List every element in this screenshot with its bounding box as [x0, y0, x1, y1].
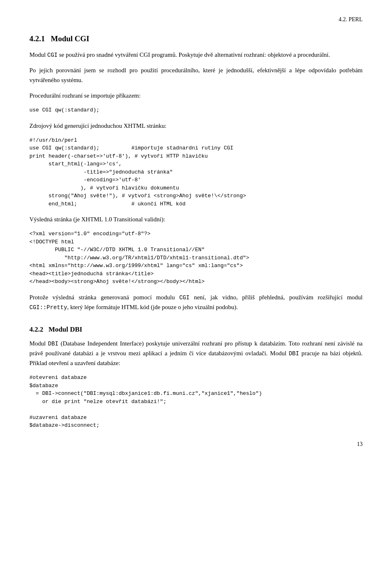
code-block-3: #otevreni databaze $databaze = DBI->conn…: [29, 374, 363, 430]
section-title: 4.2.1 Modul CGI: [29, 34, 363, 43]
header-text: 4.2. PERL: [339, 16, 363, 22]
page: 4.2. PERL 4.2.1 Modul CGI Modul CGI se p…: [0, 0, 392, 461]
page-header: 4.2. PERL: [29, 16, 363, 25]
subsection-number: 4.2.2: [29, 325, 43, 333]
dbi-paragraph-1: Modul DBI (Database Independent Interfac…: [29, 339, 363, 368]
paragraph-4: Protože výsledná stránka generovaná pomo…: [29, 292, 363, 312]
zdrojovy-label: Zdrojový kód generující jednoduchou XHTM…: [29, 121, 363, 131]
inline-code-cgipretty: CGI::Pretty: [29, 304, 67, 311]
section-number: 4.2.1: [29, 34, 45, 43]
paragraph-3-prefix: Procedurální rozhraní se importuje příka…: [29, 91, 363, 100]
subsection-title: 4.2.2 Modul DBI: [29, 325, 363, 334]
import-command: use CGI qw(:standard);: [29, 106, 363, 114]
code-block-2: <?xml version="1.0" encoding="utf-8"?> <…: [29, 230, 363, 286]
vysledna-label: Výsledná stránka (je XHTML 1.0 Transitio…: [29, 214, 363, 224]
inline-code-dbi2: DBI: [289, 350, 299, 357]
inline-code-dbi1: DBI: [48, 341, 58, 347]
paragraph-1: Modul CGI se používá pro snadné vytvářen…: [29, 50, 363, 60]
subsection-name: Modul DBI: [49, 325, 82, 333]
inline-code-cgi2: CGI: [179, 294, 189, 301]
inline-code-cgi1: CGI: [47, 52, 58, 58]
code-block-1: #!/usr/bin/perl use CGI qw(:standard); #…: [29, 136, 363, 208]
page-number: 13: [357, 441, 363, 448]
section-name: Modul CGI: [51, 34, 89, 43]
paragraph-2: Po jejich porovnání jsem se rozhodl pro …: [29, 65, 363, 85]
